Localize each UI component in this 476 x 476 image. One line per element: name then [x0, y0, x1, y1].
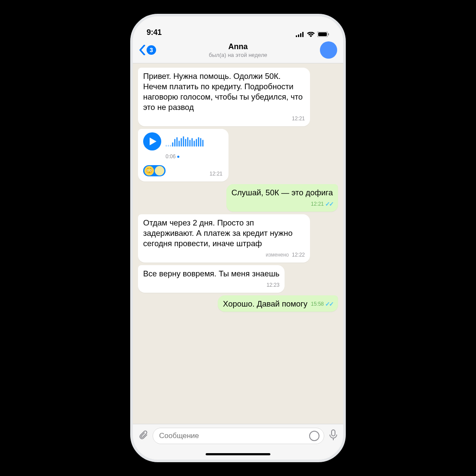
- svg-rect-0: [296, 35, 297, 37]
- message-text: Все верну вовремя. Ты меня знаешь: [143, 269, 279, 279]
- message-time: 12:21: [292, 113, 305, 124]
- attach-button[interactable]: [138, 430, 148, 442]
- message-input-wrap: [153, 428, 324, 444]
- play-icon: [150, 138, 157, 145]
- message-input[interactable]: [159, 432, 306, 440]
- message-text: Привет. Нужна помощь. Одолжи 50К. Нечем …: [143, 71, 305, 113]
- message-time: 12:21: [311, 199, 324, 209]
- svg-rect-3: [302, 32, 304, 37]
- play-button[interactable]: [143, 132, 161, 150]
- back-button[interactable]: 3: [139, 45, 165, 55]
- paperclip-icon: [138, 430, 148, 440]
- status-time: 9:41: [147, 28, 162, 37]
- waveform[interactable]: [166, 136, 204, 147]
- message-time: 12:23: [266, 280, 279, 290]
- screen: 9:41 3 Anna был(а) на этой неделе Привет…: [133, 16, 343, 460]
- unread-badge: 3: [147, 45, 156, 55]
- read-ticks-icon: ✓✓: [325, 199, 333, 209]
- voice-message[interactable]: 0:06 😳 12:21: [138, 129, 229, 182]
- contact-name: Anna: [165, 42, 311, 51]
- svg-rect-2: [300, 33, 301, 37]
- message-text: Отдам через 2 дня. Просто зп задерживают…: [143, 218, 305, 249]
- message-out[interactable]: Слушай, 50К — это дофига 12:21✓✓: [226, 184, 338, 212]
- unplayed-dot-icon: [177, 156, 179, 158]
- message-time: 12:21: [210, 171, 222, 177]
- phone-frame: 9:41 3 Anna был(а) на этой неделе Привет…: [130, 14, 346, 462]
- svg-rect-7: [332, 430, 335, 436]
- mic-icon: [329, 429, 338, 441]
- signal-icon: [296, 32, 304, 37]
- wifi-icon: [307, 32, 315, 37]
- chat-title[interactable]: Anna был(а) на этой неделе: [165, 42, 311, 58]
- sticker-button[interactable]: [309, 431, 319, 441]
- svg-rect-1: [298, 34, 299, 37]
- voice-duration: 0:06: [166, 151, 175, 162]
- message-time: 15:58: [311, 299, 324, 309]
- message-time: 12:22: [292, 250, 305, 260]
- message-out[interactable]: Хорошо. Давай помогу 15:58✓✓: [218, 295, 338, 312]
- messages-list[interactable]: Привет. Нужна помощь. Одолжи 50К. Нечем …: [133, 63, 343, 424]
- composer: [133, 424, 343, 448]
- svg-rect-5: [318, 32, 327, 36]
- edited-label: изменено: [266, 250, 289, 260]
- status-icons: [296, 31, 329, 37]
- message-text: Хорошо. Давай помогу: [223, 299, 307, 309]
- status-bar: 9:41: [133, 16, 343, 39]
- message-in[interactable]: Привет. Нужна помощь. Одолжи 50К. Нечем …: [138, 68, 310, 126]
- message-in[interactable]: Отдам через 2 дня. Просто зп задерживают…: [138, 214, 310, 263]
- mic-button[interactable]: [329, 429, 338, 442]
- svg-rect-6: [328, 33, 329, 35]
- battery-icon: [317, 31, 329, 37]
- message-in[interactable]: Все верну вовремя. Ты меня знаешь 12:23: [138, 265, 285, 293]
- read-ticks-icon: ✓✓: [325, 299, 333, 309]
- home-indicator[interactable]: [206, 453, 270, 455]
- contact-status: был(а) на этой неделе: [165, 52, 311, 58]
- message-text: Слушай, 50К — это дофига: [232, 188, 333, 198]
- chevron-left-icon: [139, 45, 146, 55]
- avatar[interactable]: [320, 41, 337, 59]
- chat-header: 3 Anna был(а) на этой неделе: [133, 39, 343, 63]
- sticker-icon: [310, 432, 319, 440]
